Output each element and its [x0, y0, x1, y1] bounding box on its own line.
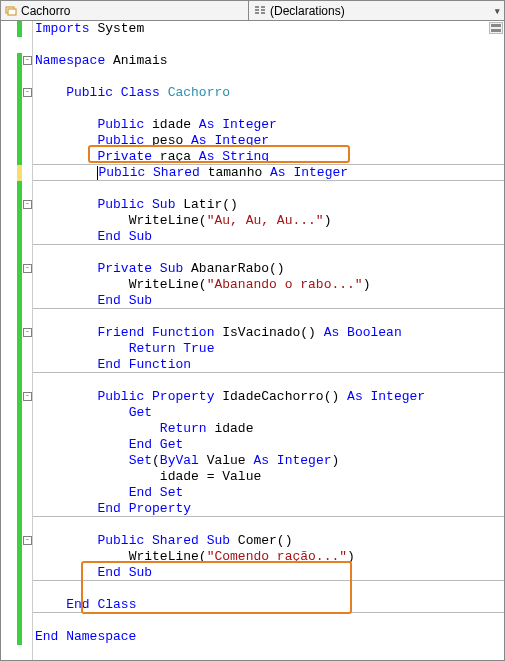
- gutter-row: [1, 37, 32, 53]
- outline-collapse-toggle[interactable]: -: [23, 392, 32, 401]
- gutter-row: [1, 453, 32, 469]
- code-line[interactable]: End Sub: [33, 229, 504, 245]
- code-token: Return: [160, 421, 207, 436]
- code-line[interactable]: WriteLine("Comendo ração..."): [33, 549, 504, 565]
- code-line[interactable]: Get: [33, 405, 504, 421]
- change-saved-marker: [17, 245, 22, 261]
- gutter-row: [1, 69, 32, 85]
- code-token: End Sub: [97, 229, 152, 244]
- code-line[interactable]: End Function: [33, 357, 504, 373]
- change-saved-marker: [17, 533, 22, 549]
- code-line[interactable]: Public Shared Sub Comer(): [33, 533, 504, 549]
- code-token: ByVal: [160, 453, 199, 468]
- code-line[interactable]: Public idade As Integer: [33, 117, 504, 133]
- gutter-row: [1, 629, 32, 645]
- code-token: Imports: [35, 21, 90, 36]
- gutter-row: -: [1, 197, 32, 213]
- code-line[interactable]: Public Property IdadeCachorro() As Integ…: [33, 389, 504, 405]
- code-token: AbanarRabo(): [183, 261, 284, 276]
- code-token: Public Property: [97, 389, 214, 404]
- code-line[interactable]: [33, 37, 504, 53]
- change-saved-marker: [17, 613, 22, 629]
- code-line[interactable]: Public Sub Latir(): [33, 197, 504, 213]
- code-line[interactable]: Return idade: [33, 421, 504, 437]
- code-line[interactable]: [33, 517, 504, 533]
- outline-collapse-toggle[interactable]: -: [23, 536, 32, 545]
- change-saved-marker: [17, 117, 22, 133]
- code-line[interactable]: [33, 181, 504, 197]
- change-saved-marker: [17, 261, 22, 277]
- code-line[interactable]: Imports System: [33, 21, 504, 37]
- svg-rect-1: [8, 9, 16, 15]
- change-unsaved-marker: [17, 165, 22, 181]
- code-line[interactable]: Private raça As String: [33, 149, 504, 165]
- code-line[interactable]: End Get: [33, 437, 504, 453]
- code-line[interactable]: idade = Value: [33, 469, 504, 485]
- code-token: Private Sub: [97, 261, 183, 276]
- code-editor[interactable]: ------- Imports SystemNamespace Animais …: [1, 21, 504, 660]
- change-saved-marker: [17, 21, 22, 37]
- outline-collapse-toggle[interactable]: -: [23, 200, 32, 209]
- code-line[interactable]: End Class: [33, 597, 504, 613]
- code-token: Animais: [105, 53, 167, 68]
- gutter-row: [1, 149, 32, 165]
- code-line[interactable]: WriteLine("Abanando o rabo..."): [33, 277, 504, 293]
- code-line[interactable]: Return True: [33, 341, 504, 357]
- change-saved-marker: [17, 325, 22, 341]
- code-line[interactable]: [33, 309, 504, 325]
- gutter-row: [1, 341, 32, 357]
- gutter-row: -: [1, 533, 32, 549]
- code-line[interactable]: Public Class Cachorro: [33, 85, 504, 101]
- change-saved-marker: [17, 453, 22, 469]
- outline-collapse-toggle[interactable]: -: [23, 88, 32, 97]
- gutter-row: -: [1, 53, 32, 69]
- code-line[interactable]: [33, 69, 504, 85]
- gutter-row: [1, 485, 32, 501]
- scope-dropdown[interactable]: (Declarations) ▾: [249, 1, 504, 20]
- code-line[interactable]: End Property: [33, 501, 504, 517]
- code-token: As Integer: [347, 389, 425, 404]
- code-area[interactable]: Imports SystemNamespace Animais Public C…: [33, 21, 504, 660]
- code-line[interactable]: Friend Function IsVacinado() As Boolean: [33, 325, 504, 341]
- editor-gutter: -------: [1, 21, 33, 660]
- code-line[interactable]: Set(ByVal Value As Integer): [33, 453, 504, 469]
- change-saved-marker: [17, 389, 22, 405]
- gutter-row: [1, 293, 32, 309]
- code-token: Private: [97, 149, 152, 164]
- outline-collapse-toggle[interactable]: -: [23, 328, 32, 337]
- code-line[interactable]: End Sub: [33, 565, 504, 581]
- change-saved-marker: [17, 293, 22, 309]
- gutter-row: [1, 405, 32, 421]
- gutter-row: [1, 277, 32, 293]
- code-line[interactable]: Public Shared tamanho As Integer: [33, 165, 504, 181]
- code-line[interactable]: [33, 581, 504, 597]
- outline-collapse-toggle[interactable]: -: [23, 264, 32, 273]
- gutter-row: [1, 213, 32, 229]
- code-line[interactable]: Public peso As Integer: [33, 133, 504, 149]
- gutter-row: [1, 357, 32, 373]
- code-line[interactable]: [33, 613, 504, 629]
- code-line[interactable]: Namespace Animais: [33, 53, 504, 69]
- code-token: End Function: [97, 357, 191, 372]
- class-dropdown[interactable]: Cachorro ▾: [1, 1, 249, 20]
- code-line[interactable]: [33, 245, 504, 261]
- code-line[interactable]: WriteLine("Au, Au, Au..."): [33, 213, 504, 229]
- code-line[interactable]: [33, 373, 504, 389]
- code-line[interactable]: End Namespace: [33, 629, 504, 645]
- change-saved-marker: [17, 229, 22, 245]
- code-line[interactable]: End Sub: [33, 293, 504, 309]
- code-token: peso: [144, 133, 191, 148]
- code-line[interactable]: Private Sub AbanarRabo(): [33, 261, 504, 277]
- code-token: Comer(): [230, 533, 292, 548]
- code-line[interactable]: [33, 101, 504, 117]
- code-token: ): [324, 213, 332, 228]
- change-saved-marker: [17, 405, 22, 421]
- code-line[interactable]: End Set: [33, 485, 504, 501]
- gutter-row: [1, 469, 32, 485]
- gutter-row: [1, 309, 32, 325]
- code-token: WriteLine(: [129, 277, 207, 292]
- chevron-down-icon: ▾: [495, 6, 500, 16]
- code-token: End Class: [66, 597, 136, 612]
- outline-collapse-toggle[interactable]: -: [23, 56, 32, 65]
- gutter-row: [1, 117, 32, 133]
